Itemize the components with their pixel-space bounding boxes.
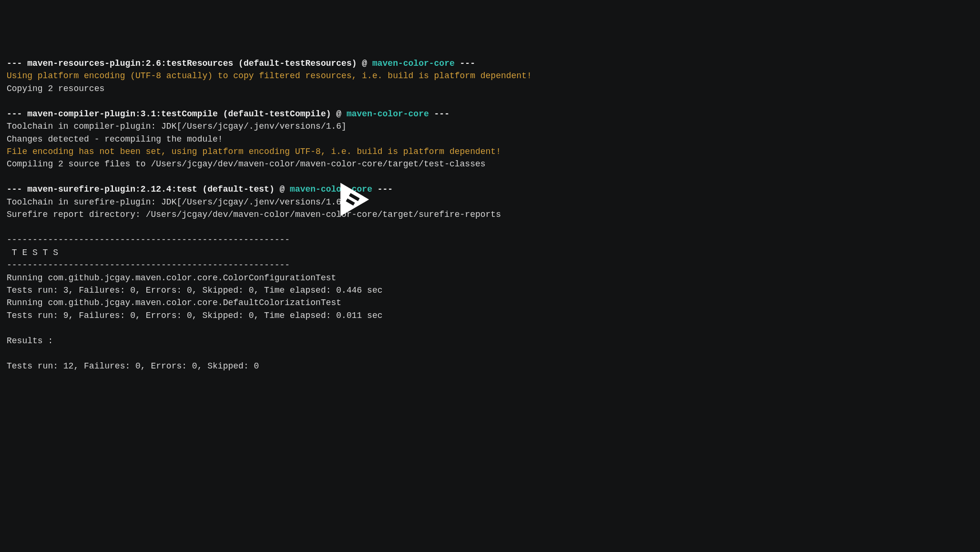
text-segment: ----------------------------------------… — [7, 260, 290, 270]
text-segment: Toolchain in compiler-plugin: JDK[/Users… — [7, 122, 347, 131]
terminal-line: Copying 2 resources — [7, 82, 687, 95]
text-segment: T E S T S — [7, 248, 58, 257]
terminal-line: Running com.github.jcgay.maven.color.cor… — [7, 272, 687, 284]
terminal-line: Tests run: 12, Failures: 0, Errors: 0, S… — [7, 360, 687, 372]
terminal-line: Tests run: 9, Failures: 0, Errors: 0, Sk… — [7, 309, 687, 322]
terminal-line — [7, 385, 687, 390]
text-segment: Surefire report directory: /Users/jcgay/… — [7, 210, 501, 219]
terminal-line: Results : — [7, 335, 687, 347]
terminal-line — [7, 95, 687, 107]
text-segment: --- maven-resources-plugin:2.6:testResou… — [7, 59, 372, 68]
text-segment: Tests run: 9, Failures: 0, Errors: 0, Sk… — [7, 311, 383, 320]
text-segment: Changes detected - recompiling the modul… — [7, 134, 223, 144]
terminal-line: ----------------------------------------… — [7, 259, 687, 271]
text-segment: Tests run: 12, Failures: 0, Errors: 0, S… — [7, 361, 259, 371]
text-segment: Tests run: 3, Failures: 0, Errors: 0, Sk… — [7, 286, 383, 295]
text-segment: Running com.github.jcgay.maven.color.cor… — [7, 298, 341, 307]
terminal-line: --- maven-compiler-plugin:3.1:testCompil… — [7, 108, 687, 120]
terminal-line: Changes detected - recompiling the modul… — [7, 133, 687, 145]
text-segment: Results : — [7, 336, 53, 346]
terminal-line: T E S T S — [7, 246, 687, 259]
terminal-line: Tests run: 3, Failures: 0, Errors: 0, Sk… — [7, 284, 687, 296]
text-segment: --- — [455, 59, 475, 68]
terminal-line: Running com.github.jcgay.maven.color.cor… — [7, 296, 687, 309]
terminal-line — [7, 322, 687, 334]
text-segment: --- — [429, 109, 449, 119]
text-segment: Running com.github.jcgay.maven.color.cor… — [7, 273, 336, 283]
terminal-line — [7, 347, 687, 359]
text-segment: ----------------------------------------… — [7, 235, 290, 245]
text-segment: Compiling 2 source files to /Users/jcgay… — [7, 159, 486, 169]
text-segment: Toolchain in surefire-plugin: JDK[/Users… — [7, 197, 347, 207]
terminal-line: --- maven-resources-plugin:2.6:testResou… — [7, 57, 687, 70]
text-segment: File encoding has not been set, using pl… — [7, 147, 501, 156]
terminal-line: Using platform encoding (UTF-8 actually)… — [7, 70, 687, 82]
text-segment: maven-color-core — [347, 109, 429, 119]
play-button[interactable] — [318, 163, 376, 227]
text-segment: Using platform encoding (UTF-8 actually)… — [7, 71, 532, 81]
terminal-line: ----------------------------------------… — [7, 234, 687, 246]
text-segment: --- maven-compiler-plugin:3.1:testCompil… — [7, 109, 347, 119]
text-segment: --- maven-surefire-plugin:2.12.4:test (d… — [7, 184, 290, 194]
play-icon — [328, 176, 376, 224]
text-segment: maven-color-core — [372, 59, 455, 68]
terminal-line: File encoding has not been set, using pl… — [7, 145, 687, 158]
terminal-line: Toolchain in compiler-plugin: JDK[/Users… — [7, 120, 687, 133]
text-segment: Copying 2 resources — [7, 84, 104, 93]
terminal-line — [7, 372, 687, 385]
